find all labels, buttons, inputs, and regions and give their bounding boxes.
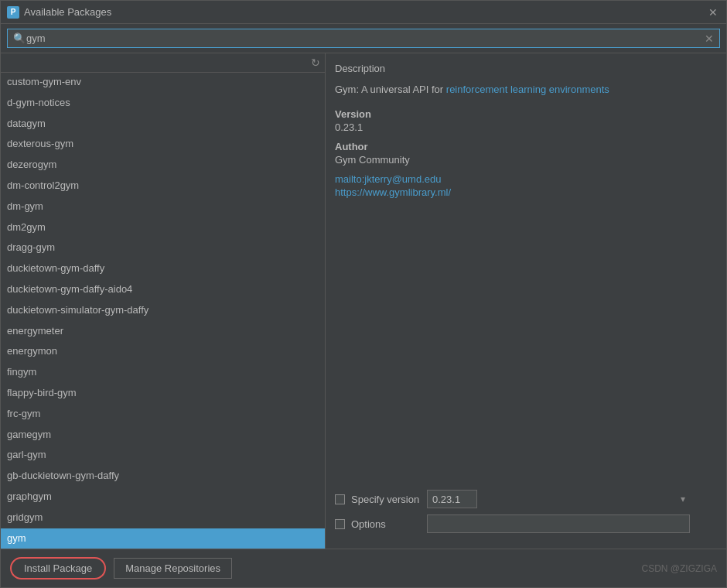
close-button[interactable]: ✕: [706, 5, 720, 19]
list-item[interactable]: duckietown-gym-daffy: [1, 258, 325, 279]
bottom-left: Install Package Manage Repositories: [10, 557, 232, 579]
list-item[interactable]: datagym: [1, 114, 325, 135]
list-item[interactable]: frc-gym: [1, 404, 325, 425]
list-item[interactable]: dm2gym: [1, 217, 325, 238]
list-item[interactable]: duckietown-simulator-gym-daffy: [1, 300, 325, 321]
title-bar: P Available Packages ✕: [1, 1, 726, 24]
email-link[interactable]: mailto:jkterry@umd.edu: [335, 173, 717, 185]
specify-version-row: Specify version 0.23.1: [335, 490, 717, 508]
list-item[interactable]: gamegym: [1, 425, 325, 446]
list-item[interactable]: d-gym-notices: [1, 93, 325, 114]
list-item[interactable]: flappy-bird-gym: [1, 383, 325, 404]
list-item[interactable]: energymeter: [1, 321, 325, 342]
author-value: Gym Community: [335, 154, 717, 166]
website-link[interactable]: https://www.gymlibrary.ml/: [335, 186, 717, 198]
version-label: Version: [335, 108, 717, 120]
bottom-bar: Install Package Manage Repositories CSDN…: [1, 549, 726, 587]
available-packages-window: P Available Packages ✕ 🔍 ✕ ↻ colabgymren…: [0, 0, 727, 588]
options-input[interactable]: [427, 514, 690, 533]
list-item[interactable]: dm-gym: [1, 197, 325, 217]
manage-repositories-button[interactable]: Manage Repositories: [114, 558, 232, 579]
version-value: 0.23.1: [335, 121, 717, 133]
list-item[interactable]: custom-gym-env: [1, 73, 325, 93]
window-title: Available Packages: [24, 6, 111, 18]
list-item[interactable]: gym: [1, 528, 325, 549]
search-icon: 🔍: [13, 32, 26, 44]
options-row: Options: [335, 514, 717, 533]
search-input[interactable]: [7, 29, 720, 48]
list-item[interactable]: gb-duckietown-gym-daffy: [1, 466, 325, 487]
list-item[interactable]: dragg-gym: [1, 238, 325, 258]
version-select[interactable]: 0.23.1: [427, 490, 477, 508]
right-panel: Description Gym: A universal API for rei…: [326, 53, 726, 549]
options-checkbox[interactable]: [335, 519, 345, 529]
specify-version-checkbox[interactable]: [335, 494, 345, 504]
app-icon: P: [7, 6, 19, 19]
author-label: Author: [335, 141, 717, 152]
list-item[interactable]: gridgym: [1, 508, 325, 528]
description-content: Gym: A universal API for reinforcement l…: [335, 82, 717, 490]
refresh-button[interactable]: ↻: [311, 56, 320, 69]
main-content: ↻ colabgymrendercomaze-gymcompiler-gymco…: [1, 53, 726, 549]
description-summary: Gym: A universal API for reinforcement l…: [335, 82, 717, 97]
list-item[interactable]: dezerogym: [1, 155, 325, 176]
list-item[interactable]: duckietown-gym-daffy-aido4: [1, 279, 325, 300]
list-header: ↻: [1, 53, 325, 73]
install-package-button[interactable]: Install Package: [10, 557, 106, 579]
list-item[interactable]: dm-control2gym: [1, 176, 325, 197]
specify-version-label: Specify version: [351, 494, 421, 505]
package-list: colabgymrendercomaze-gymcompiler-gymconv…: [1, 73, 325, 549]
left-panel: ↻ colabgymrendercomaze-gymcompiler-gymco…: [1, 53, 326, 549]
options-label: Options: [351, 518, 421, 530]
list-item[interactable]: dexterous-gym: [1, 134, 325, 155]
title-bar-left: P Available Packages: [7, 6, 111, 19]
clear-search-button[interactable]: ✕: [705, 32, 714, 45]
search-bar: 🔍 ✕: [1, 24, 726, 53]
list-item[interactable]: graphgym: [1, 487, 325, 508]
description-header: Description: [335, 63, 717, 74]
watermark: CSDN @ZIGZIGA: [641, 563, 717, 574]
version-select-wrap: 0.23.1: [427, 490, 690, 508]
list-item[interactable]: fingym: [1, 362, 325, 383]
list-item[interactable]: garl-gym: [1, 445, 325, 466]
list-item[interactable]: energymon: [1, 341, 325, 362]
